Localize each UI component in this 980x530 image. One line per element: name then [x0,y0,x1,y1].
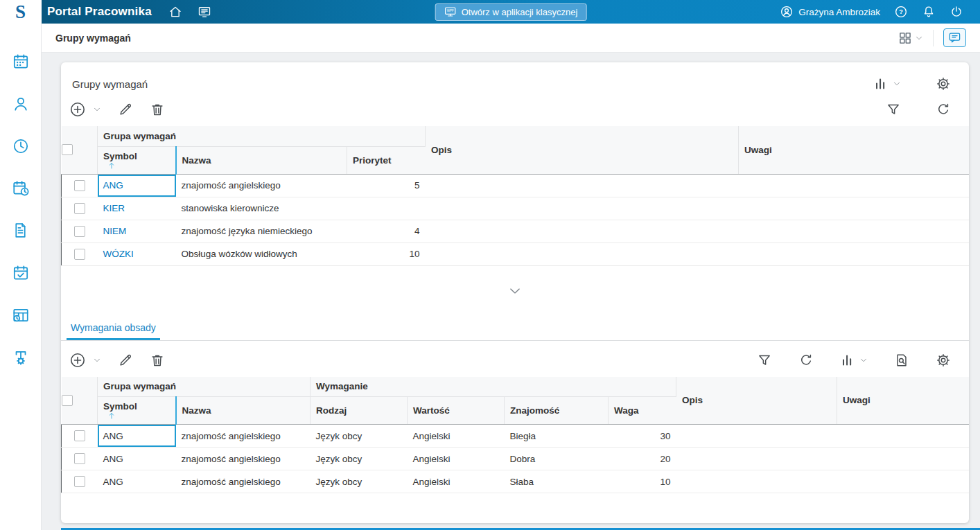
cell-uwagi[interactable] [739,197,969,220]
filter-button[interactable] [757,353,772,368]
row-checkbox[interactable] [74,226,85,237]
select-all-checkbox[interactable] [62,144,73,155]
feedback-chat-button[interactable] [943,28,966,47]
home-button[interactable] [168,5,182,19]
refresh-button[interactable] [798,353,814,368]
sidebar-item-absences[interactable] [0,251,42,294]
help-button[interactable]: ? [894,5,908,19]
cell-uwagi[interactable] [837,470,969,493]
column-nazwa[interactable]: Nazwa [176,146,347,174]
notifications-button[interactable] [922,5,936,19]
preview-button[interactable] [894,353,909,368]
cell-uwagi[interactable] [739,174,969,197]
cell-priorytet[interactable]: 4 [347,220,426,242]
cell-symbol[interactable]: ANG [98,425,176,448]
sidebar-item-worktime[interactable] [0,125,42,167]
cell-nazwa[interactable]: znajomość angielskiego [176,448,310,470]
sidebar-item-documents[interactable] [0,209,42,251]
column-opis[interactable]: Opis [426,126,739,174]
cell-uwagi[interactable] [739,242,969,265]
column-wartosc[interactable]: Wartość [408,397,505,425]
table-row[interactable]: ANG znajomość angielskiego Język obcy An… [62,470,970,493]
cell-opis[interactable] [426,220,739,242]
column-znajomosc[interactable]: Znajomość [505,397,609,425]
column-symbol[interactable]: Symbol [98,397,176,425]
column-waga[interactable]: Waga [609,397,676,425]
sidebar-item-schedule[interactable] [0,167,42,209]
cell-symbol[interactable]: KIER [98,197,176,220]
cell-waga[interactable]: 10 [609,470,676,493]
column-priorytet[interactable]: Priorytet [347,146,426,174]
collapse-panel-button[interactable] [508,284,522,298]
cell-nazwa[interactable]: znajomość języka niemieckiego [176,220,347,242]
edit-button[interactable] [118,102,133,117]
cell-opis[interactable] [426,242,739,265]
cell-symbol[interactable]: ANG [98,448,176,470]
filter-button[interactable] [886,102,901,117]
row-checkbox[interactable] [74,453,85,464]
cell-waga[interactable]: 20 [609,448,676,470]
user-menu[interactable]: Grażyna Ambroziak [780,5,880,19]
logout-button[interactable] [950,5,963,19]
select-all-checkbox[interactable] [62,395,73,406]
table-row[interactable]: KIER stanowiska kierownicze [62,197,970,220]
table-row[interactable]: ANG znajomość angielskiego Język obcy An… [62,425,970,448]
tab-wymagania-obsady[interactable]: Wymagania obsady [67,316,160,340]
cell-nazwa[interactable]: stanowiska kierownicze [176,197,347,220]
cell-opis[interactable] [426,174,739,197]
table-row[interactable]: WÓZKI Obsługa wózków widłowych 10 [62,242,970,265]
sidebar-item-employees[interactable] [0,82,42,125]
chart-view-button[interactable] [840,353,868,368]
cell-wartosc[interactable]: Angielski [408,425,505,448]
settings-button[interactable] [936,353,951,368]
table-row[interactable]: NIEM znajomość języka niemieckiego 4 [62,220,970,242]
table-row[interactable]: ANG znajomość angielskiego 5 [62,174,970,197]
cell-symbol[interactable]: ANG [98,174,176,197]
cell-priorytet[interactable] [347,197,426,220]
cell-nazwa[interactable]: znajomość angielskiego [176,470,310,493]
column-rodzaj[interactable]: Rodzaj [310,397,408,425]
cell-znajomosc[interactable]: Biegła [505,425,609,448]
column-opis[interactable]: Opis [676,377,837,425]
cell-opis[interactable] [426,197,739,220]
cell-uwagi[interactable] [837,425,969,448]
announcements-button[interactable] [198,5,211,19]
sidebar-item-timesheet[interactable] [0,294,42,336]
add-button[interactable] [69,101,101,118]
cell-symbol[interactable]: NIEM [98,220,176,242]
cell-nazwa[interactable]: Obsługa wózków widłowych [176,242,347,265]
cell-opis[interactable] [676,425,837,448]
chart-view-button[interactable] [873,76,901,91]
cell-wartosc[interactable]: Angielski [408,448,505,470]
sidebar-item-structure-settings[interactable] [0,336,42,378]
cell-opis[interactable] [676,470,837,493]
delete-button[interactable] [150,102,165,117]
row-checkbox[interactable] [74,180,85,191]
cell-rodzaj[interactable]: Język obcy [310,448,408,470]
column-uwagi[interactable]: Uwagi [739,126,969,174]
cell-symbol[interactable]: WÓZKI [98,242,176,265]
cell-znajomosc[interactable]: Słaba [505,470,609,493]
table-row[interactable]: ANG znajomość angielskiego Język obcy An… [62,448,970,470]
row-checkbox[interactable] [74,476,85,487]
row-checkbox[interactable] [74,203,85,214]
column-uwagi[interactable]: Uwagi [837,377,969,425]
cell-uwagi[interactable] [837,448,969,470]
cell-priorytet[interactable]: 5 [347,174,426,197]
cell-symbol[interactable]: ANG [98,470,176,493]
row-checkbox[interactable] [74,430,85,441]
select-all-cell[interactable] [62,126,98,174]
cell-nazwa[interactable]: znajomość angielskiego [176,425,310,448]
column-symbol[interactable]: Symbol [98,146,176,174]
refresh-button[interactable] [936,102,951,117]
cell-nazwa[interactable]: znajomość angielskiego [176,174,347,197]
cell-wartosc[interactable]: Angielski [408,470,505,493]
sidebar-item-calendar[interactable] [0,40,42,82]
cell-znajomosc[interactable]: Dobra [505,448,609,470]
cell-waga[interactable]: 30 [609,425,676,448]
cell-rodzaj[interactable]: Język obcy [310,425,408,448]
cell-opis[interactable] [676,448,837,470]
add-button[interactable] [69,352,101,369]
delete-button[interactable] [150,353,165,368]
cell-uwagi[interactable] [739,220,969,242]
